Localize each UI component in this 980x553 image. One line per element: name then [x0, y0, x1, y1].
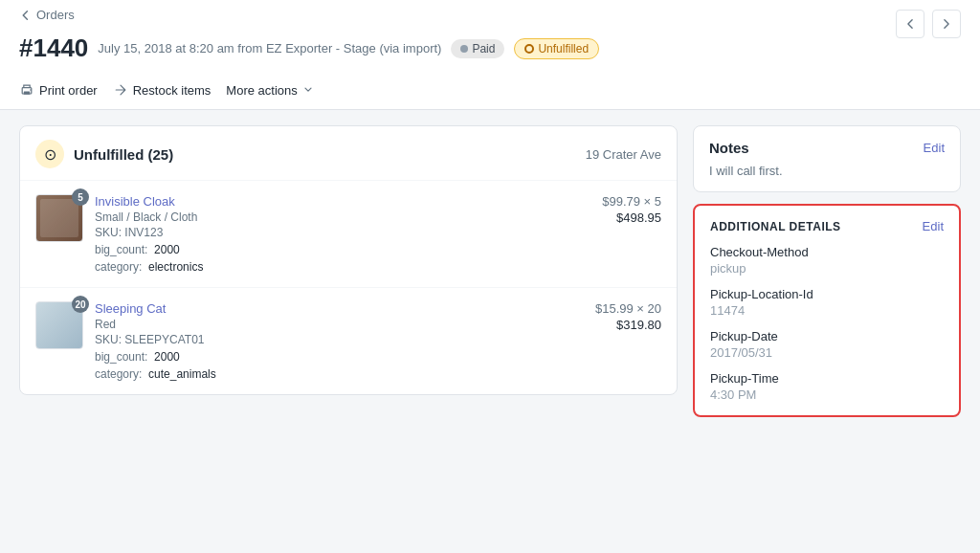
- order-header: #1440 July 15, 2018 at 8:20 am from EZ E…: [19, 28, 961, 73]
- restock-label: Restock items: [133, 83, 212, 98]
- prev-order-button[interactable]: [896, 10, 924, 38]
- item-pricing-2: $15.99 × 20 $319.80: [595, 301, 661, 332]
- item-name-1[interactable]: Invisible Cloak: [95, 194, 590, 209]
- item-meta-category-1: category: electronics: [95, 260, 590, 274]
- item-category-value-2: cute_animals: [148, 367, 216, 381]
- item-details-1: Invisible Cloak Small / Black / Cloth SK…: [95, 194, 590, 274]
- item-price-qty-2: $15.99 × 20: [595, 301, 661, 316]
- item-qty-badge-1: 5: [72, 188, 89, 206]
- paid-badge: Paid: [451, 39, 504, 58]
- fulfillment-address: 19 Crater Ave: [586, 147, 661, 162]
- item-category-value-1: electronics: [148, 260, 203, 274]
- item-total-2: $319.80: [595, 318, 661, 332]
- notes-edit-button[interactable]: Edit: [924, 141, 945, 155]
- svg-point-2: [30, 89, 32, 91]
- back-nav[interactable]: Orders: [19, 8, 961, 28]
- svg-rect-1: [24, 92, 30, 95]
- additional-details-fields: Checkout-Method pickup Pickup-Location-I…: [710, 245, 944, 402]
- item-meta-bigcount-2: big_count: 2000: [95, 350, 584, 364]
- item-meta-category-2: category: cute_animals: [95, 367, 584, 381]
- restock-icon: [113, 82, 128, 98]
- next-order-button[interactable]: [932, 10, 961, 38]
- print-label: Print order: [39, 83, 98, 98]
- unfulfilled-dot: [524, 44, 534, 54]
- detail-row: Checkout-Method pickup: [710, 245, 944, 276]
- left-arrow-icon: [903, 17, 917, 31]
- right-arrow-icon: [940, 17, 953, 31]
- order-number: #1440: [19, 33, 88, 63]
- more-actions-label: More actions: [226, 83, 297, 98]
- restock-items-button[interactable]: Restock items: [113, 82, 212, 98]
- item-details-2: Sleeping Cat Red SKU: SLEEPYCAT01 big_co…: [95, 301, 584, 381]
- detail-label: Checkout-Method: [710, 245, 944, 259]
- left-panel: ⊙ Unfulfilled (25) 19 Crater Ave 5 Invis…: [19, 125, 678, 523]
- detail-value: 11474: [710, 303, 944, 318]
- detail-row: Pickup-Time 4:30 PM: [710, 371, 944, 402]
- main-content: ⊙ Unfulfilled (25) 19 Crater Ave 5 Invis…: [0, 110, 980, 539]
- item-sku-2: SKU: SLEEPYCAT01: [95, 333, 584, 346]
- back-label: Orders: [36, 8, 75, 22]
- paid-label: Paid: [472, 42, 495, 55]
- notes-card: Notes Edit I will call first.: [693, 125, 961, 192]
- fulfillment-card-header: ⊙ Unfulfilled (25) 19 Crater Ave: [20, 126, 677, 181]
- item-name-2[interactable]: Sleeping Cat: [95, 301, 584, 316]
- right-panel: Notes Edit I will call first. ADDITIONAL…: [693, 125, 961, 523]
- print-order-button[interactable]: Print order: [19, 82, 98, 98]
- toolbar: Print order Restock items More actions: [19, 73, 961, 109]
- item-meta-bigcount-1: big_count: 2000: [95, 243, 590, 256]
- detail-label: Pickup-Date: [710, 329, 944, 343]
- order-meta: July 15, 2018 at 8:20 am from EZ Exporte…: [98, 41, 441, 55]
- print-icon: [19, 82, 34, 98]
- detail-row: Pickup-Date 2017/05/31: [710, 329, 944, 360]
- line-item: 5 Invisible Cloak Small / Black / Cloth …: [20, 181, 677, 288]
- unfulfilled-icon: ⊙: [35, 140, 64, 168]
- item-variant-1: Small / Black / Cloth: [95, 210, 590, 224]
- item-pricing-1: $99.79 × 5 $498.95: [602, 194, 661, 225]
- detail-row: Pickup-Location-Id 11474: [710, 287, 944, 318]
- detail-label: Pickup-Time: [710, 371, 944, 386]
- top-bar: Orders #1440 July 15, 2018 at 8:20 am fr…: [0, 0, 980, 110]
- item-image-wrap-2: 20: [35, 301, 83, 349]
- item-bigcount-value-1: 2000: [154, 243, 180, 256]
- item-variant-2: Red: [95, 318, 584, 331]
- detail-label: Pickup-Location-Id: [710, 287, 944, 301]
- notes-title: Notes: [709, 140, 749, 156]
- fulfillment-title: Unfulfilled (25): [74, 146, 173, 163]
- item-price-qty-1: $99.79 × 5: [602, 194, 661, 209]
- unfulfilled-label: Unfulfilled: [538, 42, 589, 55]
- additional-details-card: ADDITIONAL DETAILS Edit Checkout-Method …: [693, 204, 961, 417]
- item-qty-badge-2: 20: [72, 296, 89, 313]
- fulfillment-card: ⊙ Unfulfilled (25) 19 Crater Ave 5 Invis…: [19, 125, 678, 395]
- item-total-1: $498.95: [602, 210, 661, 225]
- item-bigcount-value-2: 2000: [154, 350, 180, 364]
- fulfillment-title-row: ⊙ Unfulfilled (25): [35, 140, 173, 168]
- paid-dot: [460, 45, 468, 53]
- item-sku-1: SKU: INV123: [95, 226, 590, 239]
- detail-value: 2017/05/31: [710, 345, 944, 360]
- more-actions-button[interactable]: More actions: [226, 83, 313, 98]
- detail-value: pickup: [710, 261, 944, 276]
- notes-header: Notes Edit: [709, 140, 945, 156]
- additional-details-edit-button[interactable]: Edit: [923, 219, 944, 233]
- back-arrow-icon: [19, 9, 33, 22]
- additional-details-title: ADDITIONAL DETAILS: [710, 220, 841, 233]
- item-image-wrap-1: 5: [35, 194, 83, 242]
- chevron-down-icon: [302, 84, 314, 96]
- notes-content: I will call first.: [709, 164, 945, 178]
- line-item: 20 Sleeping Cat Red SKU: SLEEPYCAT01 big…: [20, 288, 677, 394]
- detail-value: 4:30 PM: [710, 387, 944, 402]
- unfulfilled-badge: Unfulfilled: [514, 38, 599, 59]
- additional-details-header: ADDITIONAL DETAILS Edit: [710, 219, 944, 233]
- nav-arrows: [896, 10, 961, 38]
